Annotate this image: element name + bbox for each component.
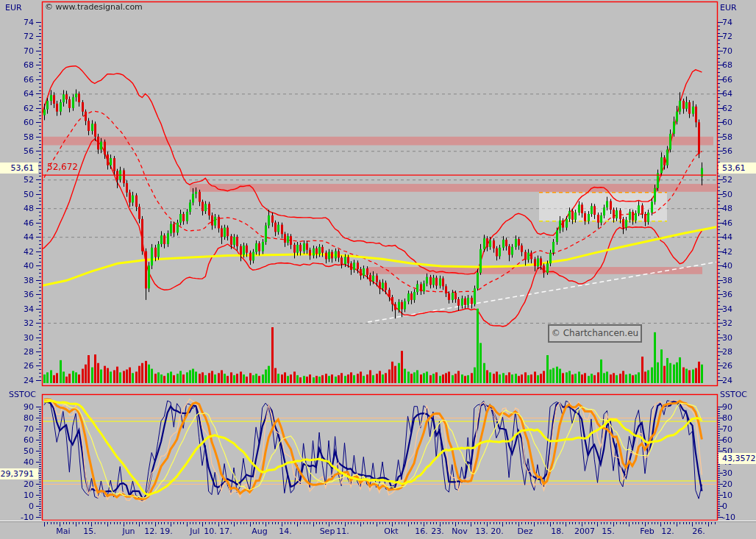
sstoc-axis-label-left: 80 [0,413,34,423]
sstoc-axis-label-left: 40 [0,457,34,467]
sstoc-axis-label-left: 10 [0,490,34,500]
price-axis-label-right: 58 [722,132,732,142]
price-axis-label-left: 26 [0,361,34,371]
price-axis-label-left: 24 [0,376,34,385]
price-axis-label-left: 32 [0,318,34,328]
price-axis-label-left: 50 [0,190,34,199]
sstoc-axis-label-left: 50 [0,446,34,456]
price-axis-label-left: 74 [0,18,34,27]
price-axis-label-left: 70 [0,46,34,56]
sstoc-axis-label-right: 20 [722,479,732,489]
x-axis-label: 19. [150,526,182,536]
price-axis-label-right: 28 [722,347,732,357]
sstoc-axis-label-right: -10 [722,513,735,522]
price-axis-label-right: 44 [722,232,732,242]
price-axis-label-left: 36 [0,290,34,299]
price-axis-label-left: 46 [0,218,34,228]
price-axis-label-right: 50 [722,190,732,199]
price-chart-canvas[interactable] [0,0,756,539]
price-axis-label-right: 32 [722,318,732,328]
sstoc-value-label-right: 43,3572 [718,453,756,464]
price-axis-label-right: 36 [722,290,732,299]
price-axis-label-right: 38 [722,276,732,285]
price-axis-label-left: 48 [0,204,34,213]
price-line-label: 52,672 [47,163,78,172]
x-axis-label: 12. [652,526,684,536]
price-axis-label-right: 68 [722,60,732,70]
price-axis-label-left: 34 [0,304,34,314]
price-axis-label-left: 52 [0,175,34,185]
price-axis-label-right: 48 [722,204,732,213]
sstoc-axis-label-left: 90 [0,402,34,412]
price-axis-label-left: 62 [0,104,34,113]
price-axis-label-right: 60 [722,118,732,127]
x-axis-label: 11. [327,526,359,536]
price-axis-label-left: 28 [0,347,34,357]
price-axis-label-right: 26 [722,361,732,371]
sstoc-axis-label-left: 0 [0,501,34,511]
sstoc-axis-label-right: 30 [722,468,732,478]
sstoc-axis-label-right: 70 [722,424,732,434]
x-axis-label: Dez [509,526,541,536]
price-axis-unit-right: EUR [720,3,737,13]
x-axis-label: 15. [74,526,106,536]
price-axis-label-right: 52 [722,175,732,185]
price-axis-label-left: 38 [0,276,34,285]
chart-window: EUR © www.tradesignal.com EUR SSTOC SSTO… [0,0,756,539]
price-axis-label-right: 56 [722,146,732,156]
price-axis-label-left: 66 [0,75,34,85]
sstoc-axis-label-left: -10 [0,513,34,522]
sstoc-axis-label-right: 0 [722,501,727,511]
price-axis-label-right: 72 [722,32,732,41]
price-axis-label-right: 46 [722,218,732,228]
price-axis-label-left: 44 [0,232,34,242]
last-price-label-right: 53,61 [718,163,756,174]
sstoc-axis-label-right: 90 [722,402,732,412]
price-axis-label-left: 56 [0,146,34,156]
price-axis-label-left: 64 [0,89,34,99]
price-axis-label-right: 40 [722,261,732,271]
sstoc-axis-label-left: 70 [0,424,34,434]
price-axis-label-right: 64 [722,89,732,99]
price-axis-label-left: 68 [0,60,34,70]
watermark-text: © Chartchancen.eu [552,328,638,338]
watermark-chartchancen: © Chartchancen.eu [548,324,642,343]
price-axis-label-right: 30 [722,333,732,343]
x-axis-label: 26. [682,526,715,536]
price-axis-label-right: 74 [722,18,732,27]
copyright-tradesignal: © www.tradesignal.com [45,2,143,12]
sstoc-axis-label-right: 80 [722,413,732,423]
price-axis-label-left: 72 [0,32,34,41]
price-axis-label-right: 62 [722,104,732,113]
x-axis-label: Okt [375,526,407,536]
sstoc-axis-label-right: 10 [722,490,732,500]
price-axis-label-left: 40 [0,261,34,271]
last-price-label-left: 53,61 [0,163,38,174]
sstoc-title-right: SSTOC [720,390,747,399]
sstoc-axis-label-right: 60 [722,435,732,445]
sstoc-axis-label-left: 20 [0,479,34,489]
sstoc-title-left: SSTOC [9,390,36,399]
price-axis-label-right: 24 [722,376,732,385]
price-axis-label-right: 42 [722,247,732,257]
x-axis-label: 15. [592,526,624,536]
price-axis-label-left: 42 [0,247,34,257]
sstoc-axis-label-left: 60 [0,435,34,445]
price-axis-label-left: 58 [0,132,34,142]
x-axis-label: 14. [269,526,302,536]
price-axis-label-left: 30 [0,333,34,343]
price-axis-label-right: 70 [722,46,732,56]
price-axis-unit-left: EUR [5,3,22,13]
x-axis-label: 17. [210,526,242,536]
price-axis-label-right: 34 [722,304,732,314]
price-axis-label-right: 66 [722,75,732,85]
price-axis-label-left: 60 [0,118,34,127]
sstoc-value-label-left: 29,3791 [0,468,38,479]
